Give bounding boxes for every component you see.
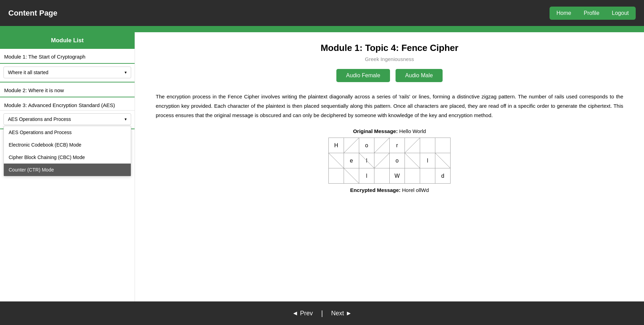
fence-table: H o r e l o	[328, 138, 451, 184]
encrypted-message-value: Horel ollWd	[402, 187, 429, 193]
main-layout: Module List Module 1: The Start of Crypt…	[0, 32, 644, 301]
sidebar: Module List Module 1: The Start of Crypt…	[0, 32, 135, 301]
cell-r2c1-diag	[329, 153, 344, 168]
cell-r1c8	[435, 138, 451, 153]
cell-r2c2: e	[344, 153, 359, 168]
original-label-text: Original Message:	[353, 128, 399, 134]
original-message-value: Hello World	[399, 128, 426, 134]
sidebar-module2-label: Module 2: Where it is now	[4, 87, 64, 93]
cell-r3c3: l	[359, 168, 374, 184]
encrypted-label-text: Encrypted Message:	[350, 187, 402, 193]
cell-r3c4	[374, 168, 390, 184]
cell-r3c1	[329, 168, 344, 184]
cell-r1c4-diag	[374, 138, 390, 153]
diagram-section: Original Message: Hello World H o r	[156, 128, 623, 193]
content-body: The encryption process in the Fence Ciph…	[156, 92, 623, 120]
cell-r2c8-diag	[435, 153, 451, 168]
sidebar-item-module2[interactable]: Module 2: Where it is now	[0, 82, 135, 97]
header-nav: Home Profile Logout	[550, 7, 636, 20]
dropdown-item-ecb[interactable]: Electronic Codebook (ECB) Mode	[4, 139, 131, 151]
sidebar-item-module3[interactable]: Module 3: Advanced Encryption Standard (…	[0, 97, 135, 111]
audio-buttons: Audio Female Audio Male	[156, 69, 623, 82]
nav-profile[interactable]: Profile	[580, 9, 603, 18]
sidebar-module3-label: Module 3: Advanced Encryption Standard (…	[4, 102, 115, 108]
cell-r3c7	[420, 168, 435, 184]
content-title: Module 1: Topic 4: Fence Cipher	[156, 43, 623, 53]
next-button[interactable]: Next ►	[331, 310, 352, 317]
nav-logout[interactable]: Logout	[608, 9, 632, 18]
footer-separator: |	[321, 309, 323, 317]
cell-r1c3: o	[359, 138, 374, 153]
encrypted-message-label: Encrypted Message: Horel ollWd	[350, 187, 429, 193]
accent-bar	[0, 26, 644, 32]
audio-female-button[interactable]: Audio Female	[336, 69, 390, 82]
dropdown-item-ctr[interactable]: Counter (CTR) Mode	[4, 164, 131, 176]
nav-home[interactable]: Home	[553, 9, 575, 18]
sidebar-module3-dropdown-menu: AES Operations and Process Electronic Co…	[3, 126, 131, 176]
cell-r3c6	[405, 168, 420, 184]
sidebar-module3-selected: AES Operations and Process	[8, 116, 71, 122]
sidebar-module1-dropdown-btn[interactable]: Where it all started ▾	[3, 67, 131, 78]
header: Content Page Home Profile Logout	[0, 0, 644, 26]
content-area: Module 1: Topic 4: Fence Cipher Greek In…	[135, 32, 644, 301]
cell-r1c7	[420, 138, 435, 153]
cell-r3c2-diag	[344, 168, 359, 184]
sidebar-module3-dropdown-wrapper: AES Operations and Process ▾ AES Operati…	[0, 111, 135, 129]
cell-r3c5: W	[390, 168, 405, 184]
original-message-label: Original Message: Hello World	[353, 128, 426, 134]
fence-row-2: e l o l	[329, 153, 451, 168]
cell-r1c5: r	[390, 138, 405, 153]
app-title: Content Page	[8, 9, 57, 18]
sidebar-module1-label: Module 1: The Start of Cryptograph	[4, 54, 85, 60]
fence-row-1: H o r	[329, 138, 451, 153]
cell-r2c3-diag: l	[359, 153, 374, 168]
sidebar-module3-dropdown-btn[interactable]: AES Operations and Process ▾	[3, 113, 131, 125]
cell-r3c8: d	[435, 168, 451, 184]
chevron-down-icon-2: ▾	[125, 117, 127, 122]
footer: ◄ Prev | Next ►	[0, 301, 644, 325]
cell-r1c6-diag	[405, 138, 420, 153]
content-subtitle: Greek Ingeniousness	[156, 56, 623, 62]
fence-row-3: l W d	[329, 168, 451, 184]
cell-r2c5: o	[390, 153, 405, 168]
sidebar-item-module1[interactable]: Module 1: The Start of Cryptograph	[0, 49, 135, 64]
sidebar-header: Module List	[0, 32, 135, 49]
sidebar-module1-dropdown-wrapper: Where it all started ▾	[0, 64, 135, 82]
cell-r2c6-diag	[405, 153, 420, 168]
dropdown-item-cbc[interactable]: Cipher Block Chaining (CBC) Mode	[4, 151, 131, 164]
cell-r1c2-diag	[344, 138, 359, 153]
chevron-down-icon: ▾	[125, 70, 127, 75]
cell-r2c7: l	[420, 153, 435, 168]
cell-r2c4-diag	[374, 153, 390, 168]
prev-button[interactable]: ◄ Prev	[292, 310, 313, 317]
audio-male-button[interactable]: Audio Male	[396, 69, 443, 82]
sidebar-module1-selected: Where it all started	[8, 70, 48, 75]
cell-r1c1: H	[329, 138, 344, 153]
dropdown-item-aes-ops[interactable]: AES Operations and Process	[4, 126, 131, 139]
